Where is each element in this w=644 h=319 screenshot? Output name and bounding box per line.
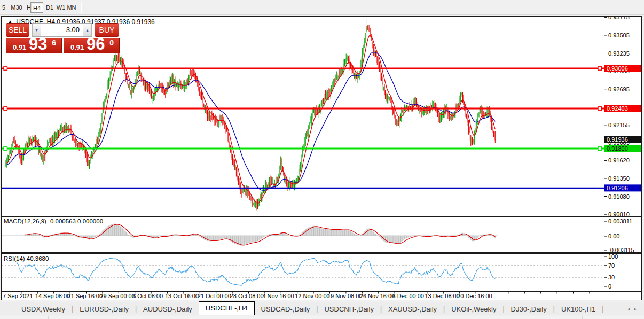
y-axis: 0.937750.935050.932350.929650.926950.924… <box>604 17 634 290</box>
timeframe-button-mn[interactable]: MN <box>65 2 78 13</box>
x-tick-label: 20 Dec 16:00 <box>457 293 492 299</box>
tab-eurusd-daily[interactable]: EURUSD-,Daily <box>73 304 135 315</box>
x-axis: 7 Sep 202114 Sep 08:0021 Sep 16:0029 Sep… <box>3 292 590 300</box>
sell-price-pip: 6 <box>52 38 56 47</box>
level-price-badge[interactable]: 0.93006 <box>604 65 641 72</box>
level-price-badge[interactable]: 0.91206 <box>604 184 641 191</box>
chevron-down-icon: ▼ <box>35 28 38 32</box>
tab-uk100-h1[interactable]: UK100-,H1 <box>555 304 602 315</box>
macd-pane <box>2 224 498 246</box>
tab-audusd-daily[interactable]: AUDUSD-,Daily <box>137 304 199 315</box>
x-tick-label: 28 Oct 08:00 <box>230 293 264 299</box>
toolbar-separator <box>81 2 82 13</box>
tabs-scroll-left-icon[interactable]: ◂ <box>627 306 634 312</box>
tab-separator: | <box>602 305 603 313</box>
rsi-scale-label: 100 <box>608 253 618 260</box>
x-tick-label: 12 Nov 00:00 <box>295 293 329 299</box>
bid-price-badge[interactable]: 0.91936 <box>604 136 641 143</box>
hlines-layer <box>2 67 604 188</box>
bottom-panel-edge <box>0 316 644 319</box>
level-price-badge[interactable]: 0.92403 <box>604 105 641 112</box>
line-handle[interactable] <box>4 107 7 110</box>
ma-slow-line <box>7 52 496 191</box>
volume-input[interactable]: 3.00 <box>41 24 83 36</box>
sell-price-big-digits: 93 <box>29 35 47 54</box>
macd-scale-label: 0.003811 <box>608 218 632 224</box>
x-tick-label: 6 Dec 00:00 <box>392 293 424 299</box>
timeframe-toolbar: 5M30H1H4D1W1MN <box>0 0 644 15</box>
buy-price-pip: 0 <box>109 38 114 47</box>
tab-usdcad-daily[interactable]: USDCAD-,Daily <box>255 304 317 315</box>
x-tick-label: 13 Dec 08:00 <box>425 293 459 299</box>
y-tick-label: 0.91350 <box>608 175 630 182</box>
rsi-line <box>17 258 496 286</box>
line-handle[interactable] <box>598 67 601 70</box>
x-tick-label: 6 Oct 08:00 <box>132 293 163 299</box>
x-tick-label: 21 Oct 00:00 <box>198 293 231 299</box>
y-tick-label: 0.90810 <box>608 211 630 217</box>
level-price-badge-label: 0.93006 <box>607 65 628 72</box>
line-handle[interactable] <box>598 107 601 110</box>
ma-fast-line <box>7 35 496 204</box>
rsi-label: RSI(14) 40.3680 <box>4 255 49 262</box>
line-handle[interactable] <box>4 147 7 150</box>
rsi-pane <box>2 258 604 286</box>
x-tick-label: 4 Nov 16:00 <box>262 293 294 299</box>
timeframe-button-m30[interactable]: M30 <box>9 2 25 13</box>
tabs-scroll-right-icon[interactable]: ▸ <box>634 306 641 312</box>
x-tick-label: 21 Sep 16:00 <box>68 293 103 299</box>
sell-button[interactable]: SELL <box>6 23 29 37</box>
rsi-scale-label: 70 <box>608 262 615 269</box>
x-tick-label: 14 Sep 08:00 <box>35 293 70 299</box>
rsi-scale-label: 0 <box>608 283 611 290</box>
rsi-scale-label: 30 <box>608 274 615 281</box>
level-price-badge-label: 0.91800 <box>607 145 628 152</box>
chevron-up-icon: ▲ <box>85 28 89 32</box>
line-handle[interactable] <box>4 67 7 70</box>
symbol-tab-bar: USDX,Weekly|EURUSD-,Daily|AUDUSD-,DailyU… <box>0 302 644 315</box>
macd-scale-label: 0.00 <box>608 233 619 239</box>
tab-usdchf-h4[interactable]: USDCHF-,H4 <box>199 301 255 315</box>
x-tick-label: 19 Nov 08:00 <box>327 293 362 299</box>
tab-dj30-daily[interactable]: DJ30-,Daily <box>505 304 553 315</box>
sell-price-display[interactable]: 0.91 93 6 <box>6 38 62 53</box>
tab-ukoil-weekly[interactable]: UKOil-,Weekly <box>445 304 502 315</box>
x-tick-label: 29 Sep 00:00 <box>100 293 135 299</box>
y-tick-label: 0.91080 <box>608 193 630 200</box>
line-handle[interactable] <box>598 147 601 150</box>
timeframe-button-d1[interactable]: D1 <box>44 2 56 13</box>
macd-label: MACD(12,26,9) -0.000563 0.000000 <box>4 218 103 224</box>
y-tick-label: 0.93235 <box>608 50 630 57</box>
level-price-badge-label: 0.92403 <box>607 105 628 112</box>
x-tick-label: 7 Sep 2021 <box>3 293 33 299</box>
y-tick-label: 0.92695 <box>608 86 630 92</box>
price-chart: 0.937750.935050.932350.929650.926950.924… <box>2 17 641 300</box>
one-click-trading-panel: SELL ▼ 3.00 ▲ BUY 0.91 93 6 0.91 96 0 <box>6 23 121 53</box>
macd-signal-line <box>25 224 495 245</box>
y-tick-label: 0.92155 <box>608 122 630 128</box>
macd-scale-label: -0.003115 <box>608 247 634 253</box>
timeframe-button-h4[interactable]: H4 <box>30 2 43 13</box>
tab-usdcnh-daily[interactable]: USDCNH-,Daily <box>318 304 380 315</box>
level-price-badge-label: 0.91206 <box>607 185 628 191</box>
timeframe-button-5[interactable]: 5 <box>1 2 6 13</box>
bid-price-badge-label: 0.91936 <box>607 136 628 143</box>
x-tick-label: 26 Nov 16:00 <box>360 293 395 299</box>
x-tick-label: 13 Oct 16:00 <box>165 293 199 299</box>
y-tick-label: 0.93775 <box>608 17 630 20</box>
buy-price-prefix: 0.91 <box>70 43 84 51</box>
y-tick-label: 0.91620 <box>608 157 630 164</box>
pane-frame <box>2 17 641 292</box>
level-price-badge[interactable]: 0.91800 <box>604 145 641 152</box>
tab-usdx-weekly[interactable]: USDX,Weekly <box>15 304 72 315</box>
chart-window: 0.937750.935050.932350.929650.926950.924… <box>1 16 642 300</box>
sell-price-prefix: 0.91 <box>13 43 26 51</box>
tab-xauusd-daily[interactable]: XAUUSD-,Daily <box>382 304 443 315</box>
buy-price-display[interactable]: 0.91 96 0 <box>64 38 120 53</box>
buy-price-big-digits: 96 <box>87 35 105 54</box>
y-tick-label: 0.93505 <box>608 32 630 38</box>
